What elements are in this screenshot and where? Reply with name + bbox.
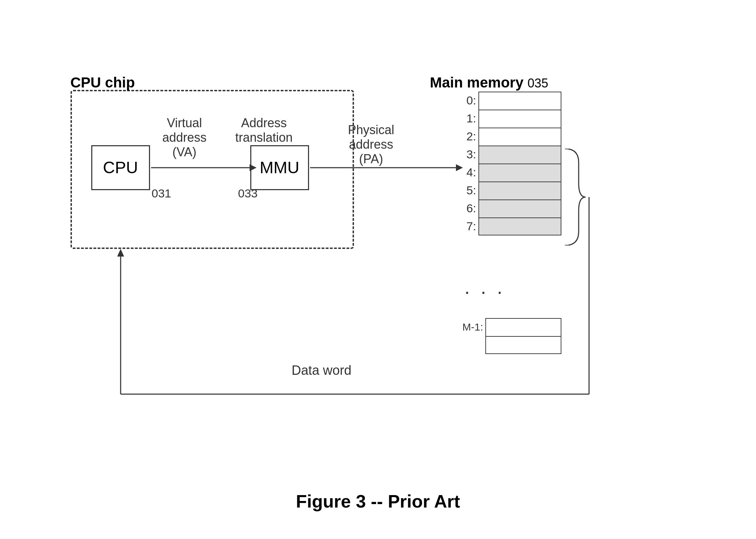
cpu-chip-label: CPU chip [71, 74, 135, 91]
mmu-label: MMU [260, 158, 299, 177]
memory-row-7: 7: [458, 217, 561, 235]
address-translation-label: Addresstranslation [223, 116, 306, 145]
memory-m1-table: M-1: [458, 318, 561, 354]
memory-row-m1-empty [458, 336, 561, 354]
virtual-address-label: Virtualaddress(VA) [150, 116, 219, 159]
memory-row-4: 4: [458, 164, 561, 182]
cpu-label: CPU [103, 158, 138, 177]
memory-row-3: 3: [458, 146, 561, 164]
memory-row-0: 0: [458, 92, 561, 110]
figure-caption: Figure 3 -- Prior Art [296, 491, 460, 512]
ref-031: 031 [152, 187, 171, 200]
svg-marker-7 [117, 249, 124, 257]
memory-row-1: 1: [458, 110, 561, 128]
dots-section: · · · [465, 280, 505, 303]
main-memory-label: Main memory 035 [430, 74, 549, 91]
memory-table: 0: 1: 2: 3: 4: 5: 6: 7: [458, 92, 561, 235]
data-word-label: Data word [292, 363, 352, 378]
memory-row-2: 2: [458, 128, 561, 146]
physical-address-label: Physicaladdress(PA) [333, 123, 409, 166]
cpu-box: CPU [91, 145, 150, 190]
memory-row-6: 6: [458, 199, 561, 217]
ref-035: 035 [528, 76, 548, 90]
memory-row-m1: M-1: [458, 318, 561, 336]
diagram-container: CPU chip CPU MMU Virtualaddress(VA) Addr… [50, 62, 707, 477]
memory-row-5: 5: [458, 182, 561, 199]
mmu-box: MMU [250, 145, 309, 190]
ref-033: 033 [238, 187, 258, 200]
brace-svg [561, 149, 589, 245]
